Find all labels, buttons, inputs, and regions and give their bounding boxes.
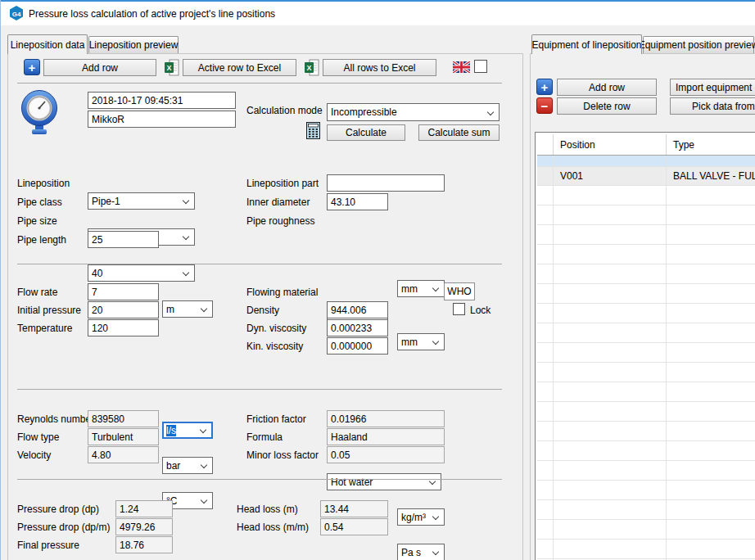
excel-icon: X	[165, 59, 179, 76]
table-row-empty[interactable]	[537, 304, 755, 323]
chevron-down-icon	[200, 427, 206, 433]
cell-position[interactable]: V001	[554, 167, 667, 185]
pipe-roughness-label: Pipe roughness	[246, 212, 314, 229]
inner-diameter-field[interactable]	[327, 193, 388, 210]
all-rows-to-excel-button[interactable]: All rows to Excel	[323, 59, 436, 76]
timestamp-field[interactable]	[88, 92, 236, 109]
table-row-empty[interactable]	[537, 441, 755, 461]
lineposition-select[interactable]: Pipe-1	[88, 192, 195, 210]
flow-rate-field[interactable]	[88, 283, 159, 300]
tab-lineposition-data[interactable]: Lineposition data	[7, 34, 88, 54]
table-new-row[interactable]	[537, 156, 755, 167]
kin-viscosity-label: Kin. viscosity	[246, 337, 303, 355]
separator	[17, 389, 502, 390]
titlebar: G4 Pressure loss calculation of active p…	[1, 2, 755, 25]
pipe-length-label: Pipe length	[17, 231, 66, 248]
friction-factor-field: 0.01966	[327, 410, 445, 427]
column-header-type[interactable]: Type	[667, 134, 755, 155]
english-checkbox[interactable]	[474, 60, 487, 73]
pipe-length-field[interactable]	[88, 231, 159, 248]
import-equipment-button[interactable]: Import equipment of t	[670, 79, 755, 96]
table-row-empty[interactable]	[537, 323, 755, 343]
table-row-empty[interactable]	[537, 186, 755, 205]
dyn-viscosity-unit-select[interactable]: Pa s	[397, 544, 445, 560]
chevron-down-icon	[201, 462, 207, 468]
lineposition-part-field[interactable]	[327, 174, 445, 192]
temperature-label: Temperature	[17, 319, 72, 336]
friction-factor-label: Friction factor	[246, 410, 306, 427]
lock-label: Lock	[470, 301, 491, 318]
tab-lineposition-preview[interactable]: Lineposition preview	[88, 36, 179, 53]
window-title: Pressure loss calculation of active proj…	[29, 8, 275, 20]
row-selector[interactable]	[537, 167, 554, 185]
temperature-field[interactable]	[88, 319, 159, 336]
inner-diameter-label: Inner diameter	[246, 193, 310, 210]
app-logo-icon: G4	[9, 6, 24, 20]
calculation-mode-select[interactable]: Incompressible	[327, 103, 500, 121]
flow-rate-label: Flow rate	[17, 283, 57, 300]
pipe-roughness-unit-select[interactable]: mm	[397, 333, 445, 350]
tab-equipment-position-preview[interactable]: Equipment position preview	[643, 36, 754, 53]
chevron-down-icon	[432, 513, 439, 520]
initial-pressure-label: Initial pressure	[17, 301, 81, 318]
flow-rate-unit-select[interactable]: l/s	[162, 422, 213, 439]
table-row-empty[interactable]	[537, 225, 755, 245]
english-flag-icon	[453, 61, 470, 73]
minor-loss-factor-field: 0.05	[327, 446, 445, 463]
excel-icon: X	[305, 59, 319, 76]
equipment-delete-row-minus-icon[interactable]: −	[536, 97, 553, 114]
svg-text:X: X	[306, 64, 311, 72]
table-row-empty[interactable]	[537, 481, 755, 500]
kin-viscosity-field[interactable]	[327, 337, 388, 355]
active-row-to-excel-button[interactable]: Active row to Excel	[183, 59, 296, 76]
lock-checkbox[interactable]	[453, 303, 465, 315]
chevron-down-icon	[201, 305, 207, 312]
equipment-add-row-button[interactable]: Add row	[557, 79, 657, 96]
who-button[interactable]: WHO	[444, 282, 475, 300]
table-row-empty[interactable]	[537, 520, 755, 540]
table-row[interactable]: V001 BALL VALVE - FULLY	[537, 167, 755, 186]
head-loss-m-field: 13.44	[320, 500, 388, 517]
table-row-empty[interactable]	[537, 205, 755, 225]
row-selector-header[interactable]	[537, 134, 554, 155]
density-field[interactable]	[327, 301, 388, 318]
app-window: G4 Pressure loss calculation of active p…	[0, 0, 755, 560]
table-row-empty[interactable]	[537, 363, 755, 382]
minor-loss-factor-label: Minor loss factor	[246, 446, 319, 463]
inner-diameter-unit-select[interactable]: mm	[397, 280, 445, 297]
table-row-empty[interactable]	[537, 264, 755, 284]
flowing-material-label: Flowing material	[246, 283, 318, 300]
calculate-sum-button[interactable]: Calculate sum	[418, 124, 500, 141]
column-header-position[interactable]: Position	[554, 134, 667, 155]
table-row-empty[interactable]	[537, 500, 755, 520]
chevron-down-icon	[201, 497, 207, 504]
pipe-size-select[interactable]: 40	[88, 264, 195, 282]
table-row-empty[interactable]	[537, 343, 755, 363]
table-row-empty[interactable]	[537, 422, 755, 441]
flowing-material-select[interactable]: Hot water	[327, 473, 441, 490]
svg-text:X: X	[166, 64, 171, 72]
dyn-viscosity-label: Dyn. viscosity	[246, 319, 306, 336]
density-unit-select[interactable]: kg/m³	[397, 508, 445, 526]
dyn-viscosity-field[interactable]	[327, 319, 388, 336]
cell-type[interactable]: BALL VALVE - FULLY	[667, 167, 755, 185]
pipe-length-unit-select[interactable]: m	[162, 300, 213, 318]
equipment-table: Position Type V001 BALL VALVE - FULLY	[535, 132, 755, 560]
table-row-empty[interactable]	[537, 461, 755, 481]
equipment-add-row-plus-icon[interactable]: +	[536, 79, 553, 95]
table-row-empty[interactable]	[537, 382, 755, 402]
table-row-empty[interactable]	[537, 245, 755, 264]
table-row-empty[interactable]	[537, 402, 755, 422]
table-row-empty[interactable]	[537, 540, 755, 559]
add-row-button[interactable]: Add row	[43, 59, 156, 76]
tab-equipment-of-lineposition[interactable]: Equipment of lineposition	[531, 34, 642, 54]
table-row-empty[interactable]	[537, 284, 755, 304]
formula-field: Haaland	[327, 428, 445, 445]
equipment-delete-row-button[interactable]: Delete row	[557, 97, 657, 115]
pick-data-button[interactable]: Pick data from P	[670, 97, 755, 115]
initial-pressure-unit-select[interactable]: bar	[162, 457, 213, 474]
calculate-button[interactable]: Calculate	[327, 124, 405, 141]
add-row-plus-icon[interactable]: +	[24, 59, 40, 75]
user-field[interactable]	[88, 111, 236, 128]
initial-pressure-field[interactable]	[88, 301, 159, 318]
